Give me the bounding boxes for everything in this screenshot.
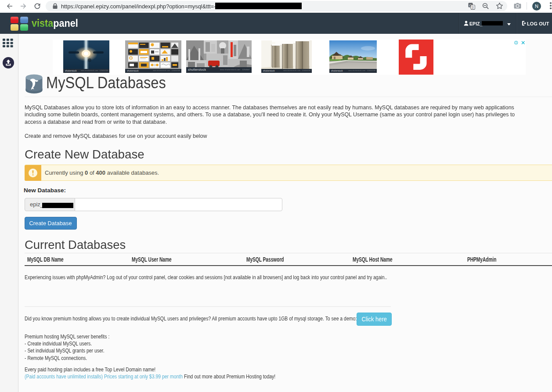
svg-text:文: 文 xyxy=(471,6,475,10)
